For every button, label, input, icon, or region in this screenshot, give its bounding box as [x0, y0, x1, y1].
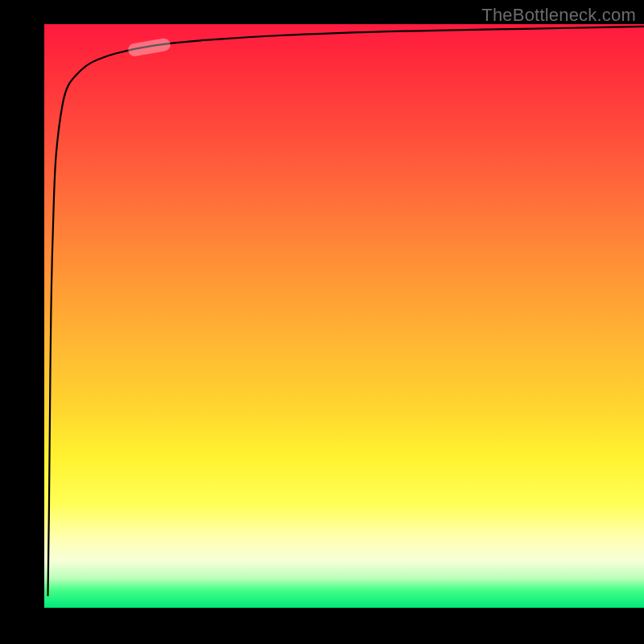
canvas: TheBottleneck.com: [0, 0, 644, 644]
curve-svg: [44, 24, 644, 608]
highlight-capsule: [127, 37, 171, 57]
curve-line: [47, 27, 644, 597]
watermark-text: TheBottleneck.com: [481, 5, 636, 26]
plot-area: [44, 24, 644, 608]
